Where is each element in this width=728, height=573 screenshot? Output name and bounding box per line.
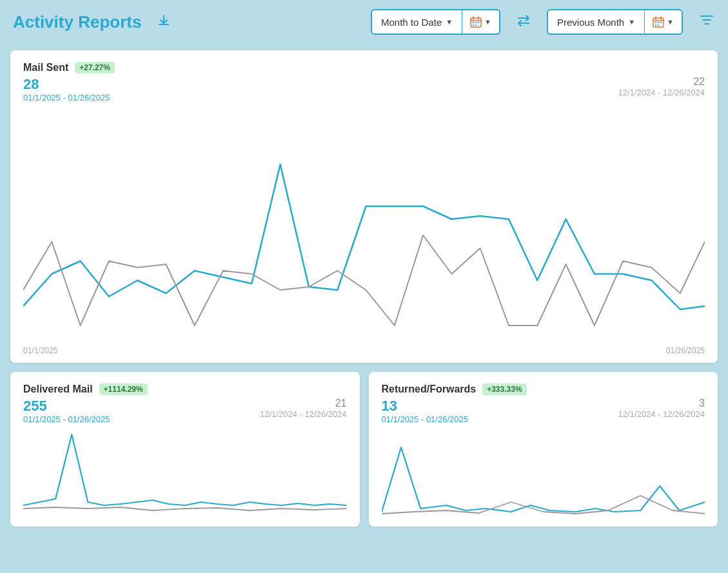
svg-rect-8 <box>658 22 659 23</box>
mail-sent-secondary-info: 22 12/1/2024 - 12/26/2024 <box>618 76 705 97</box>
svg-rect-9 <box>660 22 662 23</box>
svg-rect-2 <box>475 22 477 23</box>
returned-forwards-card: Returned/Forwards +333.33% 13 01/1/2025 … <box>369 372 718 527</box>
mail-sent-badge: +27.27% <box>75 62 115 73</box>
period1-caret: ▼ <box>446 18 453 26</box>
mail-sent-primary-info: 28 01/1/2025 - 01/26/2025 <box>23 76 110 102</box>
returned-forwards-chart <box>382 428 705 518</box>
mail-sent-axis: 01/1/2025 01/26/2025 <box>23 346 705 355</box>
svg-rect-3 <box>478 22 479 23</box>
period2-control: Previous Month ▼ ▼ <box>547 9 683 35</box>
axis-start-label: 01/1/2025 <box>23 346 57 355</box>
returned-forwards-secondary-value: 3 <box>618 398 705 409</box>
bottom-row: Delivered Mail +1114.29% 255 01/1/2025 -… <box>10 372 718 527</box>
period1-cal-caret: ▼ <box>484 18 491 26</box>
period2-calendar-button[interactable]: ▼ <box>645 11 682 33</box>
header: Activity Reports Month to Date ▼ ▼ <box>0 0 728 44</box>
period1-control: Month to Date ▼ ▼ <box>371 9 500 35</box>
returned-forwards-primary-value: 13 <box>382 398 468 414</box>
svg-rect-10 <box>655 24 656 26</box>
period2-label-button[interactable]: Previous Month ▼ <box>548 12 644 33</box>
axis-end-label: 01/26/2025 <box>666 346 705 355</box>
delivered-mail-primary-info: 255 01/1/2025 - 01/26/2025 <box>23 398 110 424</box>
delivered-mail-date-secondary: 12/1/2024 - 12/26/2024 <box>260 409 346 419</box>
delivered-mail-meta: 255 01/1/2025 - 01/26/2025 21 12/1/2024 … <box>23 398 347 424</box>
returned-forwards-title: Returned/Forwards <box>382 384 477 395</box>
returned-forwards-date-primary: 01/1/2025 - 01/26/2025 <box>382 414 468 424</box>
page-title: Activity Reports <box>13 12 141 32</box>
svg-rect-7 <box>655 22 656 23</box>
mail-sent-secondary-value: 22 <box>618 76 705 88</box>
period1-label-button[interactable]: Month to Date ▼ <box>372 12 462 33</box>
mail-sent-primary-value: 28 <box>23 76 110 93</box>
delivered-mail-card: Delivered Mail +1114.29% 255 01/1/2025 -… <box>10 372 360 527</box>
mail-sent-header: Mail Sent +27.27% <box>23 62 705 73</box>
delivered-mail-chart <box>23 428 347 518</box>
mail-sent-meta: 28 01/1/2025 - 01/26/2025 22 12/1/2024 -… <box>23 76 705 102</box>
swap-icon[interactable] <box>511 13 536 32</box>
download-icon[interactable] <box>157 14 171 31</box>
delivered-mail-secondary-value: 21 <box>260 398 346 409</box>
returned-forwards-badge: +333.33% <box>482 384 526 395</box>
mail-sent-card: Mail Sent +27.27% 28 01/1/2025 - 01/26/2… <box>10 50 718 363</box>
period2-caret: ▼ <box>628 18 635 26</box>
delivered-mail-title: Delivered Mail <box>23 384 93 395</box>
period1-calendar-button[interactable]: ▼ <box>462 11 499 33</box>
delivered-mail-header: Delivered Mail +1114.29% <box>23 384 347 395</box>
delivered-mail-primary-value: 255 <box>23 398 110 414</box>
mail-sent-date-secondary: 12/1/2024 - 12/26/2024 <box>618 88 705 97</box>
returned-forwards-secondary-info: 3 12/1/2024 - 12/26/2024 <box>618 398 705 419</box>
delivered-mail-date-primary: 01/1/2025 - 01/26/2025 <box>23 414 110 424</box>
returned-forwards-header: Returned/Forwards +333.33% <box>382 384 705 395</box>
delivered-mail-badge: +1114.29% <box>99 384 148 395</box>
period2-cal-caret: ▼ <box>667 18 674 26</box>
period2-label: Previous Month <box>557 17 624 28</box>
mail-sent-date-primary: 01/1/2025 - 01/26/2025 <box>23 93 110 102</box>
main-content: Mail Sent +27.27% 28 01/1/2025 - 01/26/2… <box>0 44 728 533</box>
svg-rect-5 <box>475 24 477 26</box>
svg-rect-4 <box>473 24 474 26</box>
returned-forwards-meta: 13 01/1/2025 - 01/26/2025 3 12/1/2024 - … <box>382 398 705 424</box>
period1-label: Month to Date <box>381 17 442 28</box>
returned-forwards-date-secondary: 12/1/2024 - 12/26/2024 <box>618 409 705 419</box>
filter-icon[interactable] <box>698 12 715 32</box>
svg-rect-1 <box>473 22 474 23</box>
mail-sent-title: Mail Sent <box>23 62 68 73</box>
mail-sent-chart <box>23 106 705 345</box>
svg-rect-11 <box>658 24 659 26</box>
returned-forwards-primary-info: 13 01/1/2025 - 01/26/2025 <box>382 398 468 424</box>
delivered-mail-secondary-info: 21 12/1/2024 - 12/26/2024 <box>260 398 346 419</box>
